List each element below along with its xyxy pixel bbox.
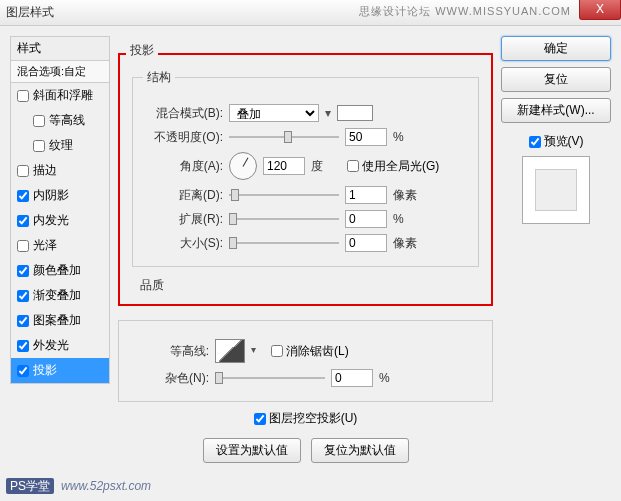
spread-label: 扩展(R): (143, 211, 223, 228)
style-item-描边[interactable]: 描边 (11, 158, 109, 183)
section-title: 投影 (126, 42, 158, 59)
watermark-text: 思缘设计论坛 WWW.MISSYUAN.COM (359, 4, 571, 19)
size-slider[interactable] (229, 236, 339, 250)
blend-mode-select[interactable]: 叠加 (229, 104, 319, 122)
quality-group: 等高线: 消除锯齿(L) 杂色(N): % (118, 320, 493, 402)
style-label: 颜色叠加 (33, 262, 81, 279)
style-checkbox[interactable] (17, 190, 29, 202)
style-label: 光泽 (33, 237, 57, 254)
knockout-checkbox[interactable]: 图层挖空投影(U) (254, 410, 358, 427)
footer-logo: PS学堂 (6, 478, 54, 494)
quality-legend-preview: 品质 (140, 277, 479, 294)
blend-options-item[interactable]: 混合选项:自定 (10, 61, 110, 83)
structure-legend: 结构 (143, 69, 175, 86)
new-style-button[interactable]: 新建样式(W)... (501, 98, 611, 123)
style-checkbox[interactable] (17, 340, 29, 352)
close-button[interactable]: X (579, 0, 621, 20)
distance-slider[interactable] (229, 188, 339, 202)
style-checkbox[interactable] (17, 165, 29, 177)
style-checkbox[interactable] (33, 140, 45, 152)
window-title: 图层样式 (6, 4, 54, 21)
angle-unit: 度 (311, 158, 341, 175)
style-item-等高线[interactable]: 等高线 (11, 108, 109, 133)
styles-header: 样式 (10, 36, 110, 61)
style-checkbox[interactable] (17, 90, 29, 102)
style-item-内发光[interactable]: 内发光 (11, 208, 109, 233)
style-item-纹理[interactable]: 纹理 (11, 133, 109, 158)
style-checkbox[interactable] (33, 115, 45, 127)
distance-unit: 像素 (393, 187, 423, 204)
angle-dial[interactable] (229, 152, 257, 180)
style-item-斜面和浮雕[interactable]: 斜面和浮雕 (11, 83, 109, 108)
footer-watermark: PS学堂 www.52psxt.com (6, 478, 151, 495)
preview-thumbnail (522, 156, 590, 224)
distance-input[interactable] (345, 186, 387, 204)
noise-unit: % (379, 371, 409, 385)
styles-list: 斜面和浮雕等高线纹理描边内阴影内发光光泽颜色叠加渐变叠加图案叠加外发光投影 (10, 83, 110, 384)
reset-default-button[interactable]: 复位为默认值 (311, 438, 409, 463)
style-checkbox[interactable] (17, 315, 29, 327)
style-label: 斜面和浮雕 (33, 87, 93, 104)
style-checkbox[interactable] (17, 290, 29, 302)
style-label: 外发光 (33, 337, 69, 354)
global-light-checkbox[interactable]: 使用全局光(G) (347, 158, 439, 175)
opacity-input[interactable] (345, 128, 387, 146)
style-item-颜色叠加[interactable]: 颜色叠加 (11, 258, 109, 283)
style-label: 渐变叠加 (33, 287, 81, 304)
set-default-button[interactable]: 设置为默认值 (203, 438, 301, 463)
angle-label: 角度(A): (143, 158, 223, 175)
style-label: 等高线 (49, 112, 85, 129)
noise-input[interactable] (331, 369, 373, 387)
opacity-unit: % (393, 130, 423, 144)
style-checkbox[interactable] (17, 215, 29, 227)
highlight-box: 结构 混合模式(B): 叠加 ▾ 不透明度(O): % 角度(A): (118, 53, 493, 306)
style-item-光泽[interactable]: 光泽 (11, 233, 109, 258)
dropdown-icon[interactable]: ▾ (325, 106, 331, 120)
style-item-外发光[interactable]: 外发光 (11, 333, 109, 358)
spread-slider[interactable] (229, 212, 339, 226)
reset-button[interactable]: 复位 (501, 67, 611, 92)
blend-mode-label: 混合模式(B): (143, 105, 223, 122)
contour-picker[interactable] (215, 339, 245, 363)
spread-input[interactable] (345, 210, 387, 228)
settings-panel: 投影 结构 混合模式(B): 叠加 ▾ 不透明度(O): % 角度(A): (118, 36, 493, 466)
structure-group: 结构 混合模式(B): 叠加 ▾ 不透明度(O): % 角度(A): (132, 69, 479, 267)
style-label: 内发光 (33, 212, 69, 229)
contour-label: 等高线: (129, 343, 209, 360)
style-label: 图案叠加 (33, 312, 81, 329)
style-item-投影[interactable]: 投影 (11, 358, 109, 383)
spread-unit: % (393, 212, 423, 226)
opacity-slider[interactable] (229, 130, 339, 144)
opacity-label: 不透明度(O): (143, 129, 223, 146)
style-item-图案叠加[interactable]: 图案叠加 (11, 308, 109, 333)
shadow-color-swatch[interactable] (337, 105, 373, 121)
style-label: 描边 (33, 162, 57, 179)
title-bar: 图层样式 思缘设计论坛 WWW.MISSYUAN.COM X (0, 0, 621, 26)
size-label: 大小(S): (143, 235, 223, 252)
ok-button[interactable]: 确定 (501, 36, 611, 61)
style-label: 纹理 (49, 137, 73, 154)
preview-checkbox[interactable]: 预览(V) (529, 133, 584, 150)
style-label: 投影 (33, 362, 57, 379)
distance-label: 距离(D): (143, 187, 223, 204)
size-unit: 像素 (393, 235, 423, 252)
dialog-buttons-panel: 确定 复位 新建样式(W)... 预览(V) (501, 36, 611, 466)
style-checkbox[interactable] (17, 240, 29, 252)
angle-input[interactable] (263, 157, 305, 175)
style-label: 内阴影 (33, 187, 69, 204)
footer-url: www.52psxt.com (61, 479, 151, 493)
style-item-内阴影[interactable]: 内阴影 (11, 183, 109, 208)
style-checkbox[interactable] (17, 365, 29, 377)
style-checkbox[interactable] (17, 265, 29, 277)
style-item-渐变叠加[interactable]: 渐变叠加 (11, 283, 109, 308)
noise-slider[interactable] (215, 371, 325, 385)
antialias-checkbox[interactable]: 消除锯齿(L) (271, 343, 349, 360)
styles-list-panel: 样式 混合选项:自定 斜面和浮雕等高线纹理描边内阴影内发光光泽颜色叠加渐变叠加图… (10, 36, 110, 466)
size-input[interactable] (345, 234, 387, 252)
noise-label: 杂色(N): (129, 370, 209, 387)
